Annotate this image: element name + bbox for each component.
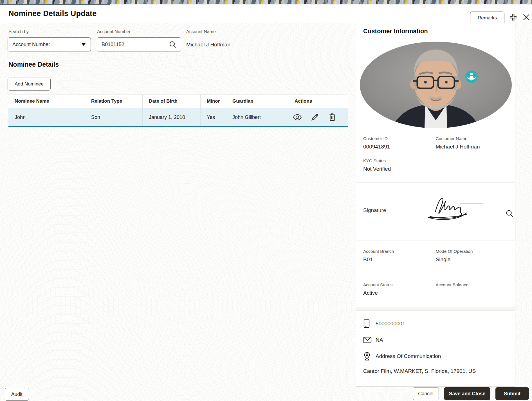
signature-artifact-dash [410, 209, 417, 209]
row-minor: Yes [201, 108, 226, 126]
table-row[interactable]: John Son January 1, 2010 Yes John Gillbe… [8, 108, 348, 127]
row-guardian: John Gillbert [226, 108, 288, 126]
kyc-status-value: Not Verified [363, 166, 436, 172]
contact-section: 5000000001 NA [356, 311, 515, 374]
email-icon [363, 335, 372, 344]
panel-divider-gap [356, 307, 515, 311]
col-guardian: Guardian [226, 94, 288, 108]
email-row: NA [363, 335, 508, 344]
account-branch-pair: Account Branch B01 [363, 249, 436, 273]
row-date-of-birth: January 1, 2010 [143, 108, 201, 126]
view-eye-icon[interactable] [293, 113, 302, 122]
account-branch-value: B01 [363, 256, 436, 263]
person-360-badge-icon[interactable] [465, 70, 478, 83]
customer-id-label: Customer ID [363, 136, 436, 141]
kyc-status-label: KYC Status [363, 158, 436, 163]
col-nominee-name: Nominee Name [8, 94, 85, 108]
customer-photo [360, 42, 512, 128]
chevron-down-icon [82, 43, 86, 46]
page-title: Nominee Details Update [8, 9, 96, 18]
signature-zoom-icon[interactable] [505, 209, 514, 218]
address-label-row: Address Of Communication [363, 352, 508, 361]
customer-id-value: 000941891 [363, 144, 436, 150]
add-nominee-button[interactable]: Add Nominee [8, 78, 51, 91]
customer-id-pair: Customer ID 000941891 [363, 136, 436, 150]
scroll-track [110, 4, 532, 4]
collapse-icon[interactable] [509, 13, 517, 21]
account-status-pair: Account Status Active [363, 282, 436, 307]
signature-label: Signature [363, 207, 386, 213]
nominee-table-header: Nominee Name Relation Type Date of Birth… [8, 94, 348, 108]
row-relation-type: Son [85, 108, 143, 126]
empty-pair [436, 158, 508, 172]
account-name-label: Account Name [186, 29, 216, 34]
phone-row: 5000000001 [363, 319, 508, 328]
search-by-label: Search by [8, 29, 29, 34]
signature-image [425, 195, 471, 221]
account-number-label: Account Number [97, 29, 131, 34]
address-label: Address Of Communication [376, 353, 441, 359]
location-pin-icon [363, 352, 372, 361]
save-and-close-button[interactable]: Save and Close [444, 387, 490, 400]
account-number-inputbox [97, 37, 181, 51]
nominee-details-update-window: Nominee Details Update Remarks Search by… [0, 0, 532, 401]
phone-value: 5000000001 [376, 321, 405, 327]
signature-section: Signature [356, 183, 515, 240]
account-section: Account Branch B01 Mode Of Operation Sin… [356, 240, 515, 307]
kyc-status-pair: KYC Status Not Verified [363, 158, 436, 172]
account-name-value: Michael J Hoffman [186, 42, 230, 48]
col-minor: Minor [201, 94, 226, 108]
customer-photo-wrap [356, 39, 515, 128]
account-status-label: Account Status [363, 282, 436, 287]
address-value: Cantor Film, W.MARKET, S, Florida, 17901… [363, 368, 508, 374]
col-date-of-birth: Date of Birth [143, 94, 201, 108]
account-balance-pair: Account Balance [436, 282, 508, 307]
account-number-input[interactable] [102, 42, 169, 48]
search-by-select[interactable]: Account Number [8, 37, 91, 51]
customer-information-title: Customer Information [356, 23, 515, 39]
search-icon[interactable] [169, 40, 177, 49]
mode-of-operation-value: Single [436, 256, 508, 263]
search-by-selected-value: Account Number [12, 42, 50, 48]
account-status-value: Active [363, 290, 436, 296]
phone-icon [363, 319, 372, 328]
header-bar: Nominee Details Update Remarks [0, 5, 532, 23]
audit-button[interactable]: Audit [5, 388, 29, 401]
col-actions: Actions [288, 94, 348, 108]
customer-information-panel: Customer Information [356, 23, 515, 387]
cancel-button[interactable]: Cancel [413, 387, 439, 400]
col-relation-type: Relation Type [85, 94, 143, 108]
edit-pencil-icon[interactable] [310, 113, 319, 122]
mode-of-operation-label: Mode Of Operation [436, 249, 508, 254]
nominee-details-title: Nominee Details [8, 61, 59, 68]
delete-trash-icon[interactable] [328, 113, 337, 122]
account-balance-label: Account Balance [436, 282, 508, 287]
customer-name-value: Michael J Hoffman [436, 144, 508, 150]
customer-id-section: Customer ID 000941891 Customer Name Mich… [356, 128, 515, 183]
decorative-banner [0, 0, 532, 4]
row-nominee-name: John [8, 108, 85, 126]
row-actions [288, 108, 348, 126]
customer-name-label: Customer Name [436, 136, 508, 141]
nominee-table: Nominee Name Relation Type Date of Birth… [8, 94, 348, 127]
submit-button[interactable]: Submit [495, 387, 529, 400]
customer-name-pair: Customer Name Michael J Hoffman [436, 136, 508, 150]
close-icon[interactable] [522, 13, 531, 21]
mode-of-operation-pair: Mode Of Operation Single [436, 249, 508, 273]
email-value: NA [376, 337, 383, 343]
account-branch-label: Account Branch [363, 249, 436, 254]
remarks-button[interactable]: Remarks [470, 12, 504, 24]
